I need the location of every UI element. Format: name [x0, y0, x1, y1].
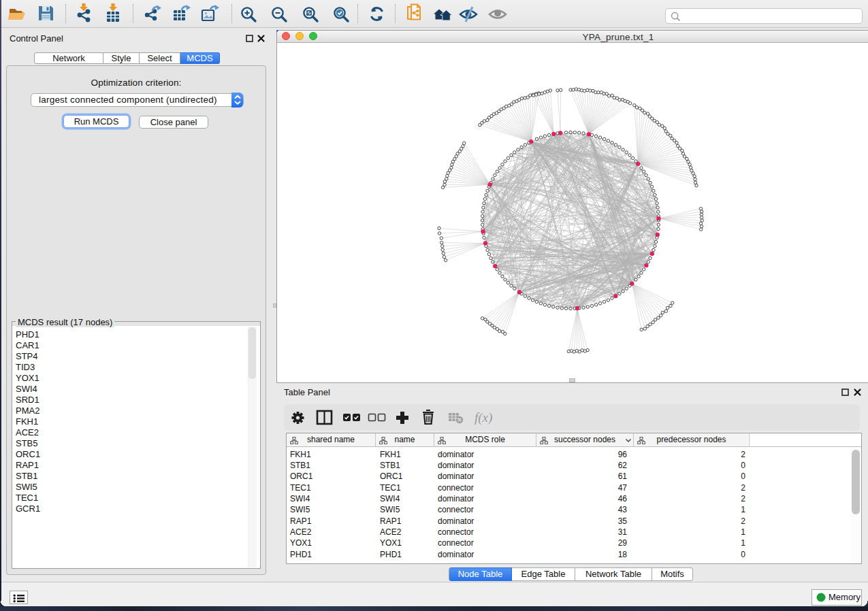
svg-text:f(x): f(x): [475, 410, 492, 425]
